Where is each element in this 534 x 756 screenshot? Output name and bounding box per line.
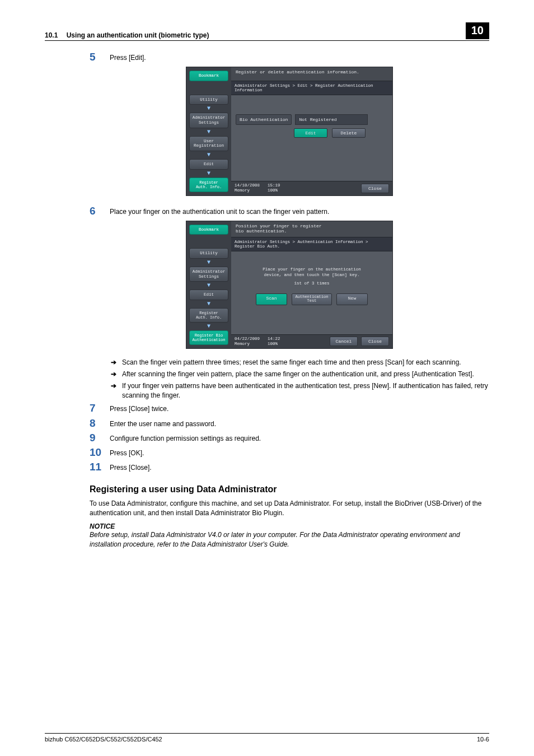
register-bio-auth-button[interactable]: Register Bio Authentication [189,330,228,345]
auth-test-button[interactable]: Authentication Test [292,293,332,305]
step-text: Press [OK]. [110,446,144,458]
new-button[interactable]: New [336,293,368,305]
chevron-down-icon: ▼ [207,172,210,175]
step-number: 5 [90,51,110,62]
panel-date: 04/22/2009 [235,337,260,342]
header-left: 10.1 Using an authentication unit (biome… [45,31,209,39]
admin-settings-button[interactable]: Administrator Settings [189,267,228,282]
panel-message: Position your finger to register bio aut… [231,221,392,237]
bio-auth-label: Bio Authentication [236,114,292,125]
panel-time: 14:22 [268,337,280,342]
chevron-down-icon: ▼ [207,153,210,157]
notice-heading: NOTICE [90,522,489,530]
chevron-down-icon: ▼ [207,325,210,328]
scan-button[interactable]: Scan [256,293,287,305]
breadcrumb: Administrator Settings > Authentication … [231,237,392,251]
instruction-text: Place your finger on the authentication … [236,267,388,278]
arrow-right-icon: ➔ [111,358,122,367]
chevron-down-icon: ▼ [207,302,210,306]
screenshot-panel-1: Bookmark Utility ▼ Administrator Setting… [186,67,393,195]
arrow-right-icon: ➔ [111,370,122,379]
bookmark-button[interactable]: Bookmark [189,71,228,81]
body-paragraph: To use Data Administrator, configure thi… [90,499,489,518]
chapter-badge: 10 [466,22,489,39]
bullet-text: Scan the finger vein pattern three times… [122,358,461,367]
chevron-down-icon: ▼ [207,107,210,110]
chevron-down-icon: ▼ [207,261,210,264]
step-text: Press [Close] twice. [110,402,168,413]
chevron-down-icon: ▼ [207,130,210,134]
register-auth-info-button[interactable]: Register Auth. Info. [189,308,228,323]
memory-label: Memory [235,188,260,193]
register-auth-info-button[interactable]: Register Auth. Info. [189,178,228,192]
step-number: 8 [90,417,110,428]
step-text: Enter the user name and password. [110,417,216,428]
utility-button[interactable]: Utility [189,248,228,259]
bookmark-button[interactable]: Bookmark [189,225,228,235]
cancel-button[interactable]: Cancel [330,337,358,346]
step-text: Configure function permission settings a… [110,432,261,443]
notice-text: Before setup, install Data Administrator… [90,530,489,549]
user-registration-button[interactable]: User Registration [189,136,228,151]
step-number: 7 [90,402,110,413]
scan-count-text: 1st of 3 times [236,281,388,287]
step-text: Press [Close]. [110,461,152,472]
utility-button[interactable]: Utility [189,95,228,105]
footer-page: 10-6 [477,736,489,743]
step-number: 10 [90,446,110,458]
step-text: Place your finger on the authentication … [110,205,329,216]
step-number: 11 [90,461,110,472]
bio-auth-status: Not Registered [295,114,368,125]
subsection-heading: Registering a user using Data Administra… [90,484,489,494]
memory-value: 100% [268,188,280,193]
close-button[interactable]: Close [361,184,389,193]
footer-model: bizhub C652/C652DS/C552/C552DS/C452 [45,736,162,743]
memory-value: 100% [268,342,280,347]
chevron-down-icon: ▼ [207,284,210,287]
section-number: 10.1 [45,31,58,39]
panel-time: 15:19 [268,183,280,188]
step-number: 9 [90,432,110,443]
breadcrumb: Administrator Settings > Edit > Register… [231,81,392,95]
bullet-text: After scanning the finger vein pattern, … [122,370,474,379]
step-number: 6 [90,205,110,216]
admin-settings-button[interactable]: Administrator Settings [189,113,228,128]
arrow-right-icon: ➔ [111,381,122,400]
panel-date: 14/10/2008 [235,183,260,188]
edit-nav-button[interactable]: Edit [189,159,228,170]
bullet-text: If your finger vein patterns have been a… [122,381,489,400]
section-title: Using an authentication unit (biometric … [67,31,209,39]
memory-label: Memory [235,342,260,347]
edit-button[interactable]: Edit [294,128,327,138]
delete-button[interactable]: Delete [332,128,366,138]
screenshot-panel-2: Bookmark Utility ▼ Administrator Setting… [186,221,393,349]
panel-message: Register or delete authentication inform… [231,67,392,81]
edit-nav-button[interactable]: Edit [189,290,228,300]
step-text: Press [Edit]. [110,51,146,62]
close-button[interactable]: Close [361,337,389,346]
